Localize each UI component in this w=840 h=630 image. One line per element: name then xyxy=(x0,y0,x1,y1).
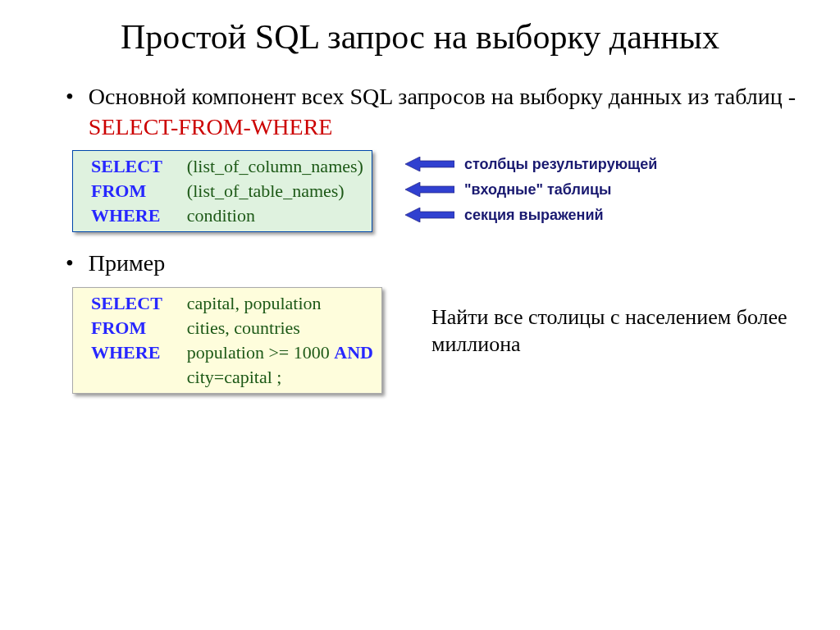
syntax-where-val: condition xyxy=(187,203,363,228)
example-select-kw: SELECT xyxy=(91,291,187,316)
arrow-left-icon xyxy=(405,182,454,197)
syntax-select-val: (list_of_column_names) xyxy=(187,154,363,179)
arrow-left-icon xyxy=(405,208,454,222)
syntax-code-box: SELECT (list_of_column_names) FROM (list… xyxy=(72,150,372,232)
page-title: Простой SQL запрос на выборку данных xyxy=(41,16,799,57)
example-where-val: population >= 1000 AND xyxy=(187,340,373,365)
bullet-text-1: Основной компонент всех SQL запросов на … xyxy=(89,82,799,142)
example-from-kw: FROM xyxy=(91,316,187,340)
example-where-val2: city=capital ; xyxy=(187,365,373,390)
bullet-dot: • xyxy=(66,249,74,278)
annotation-1: столбцы результирующей xyxy=(464,156,657,173)
example-where-pre: population >= 1000 xyxy=(187,342,334,363)
example-row: SELECT capital, population FROM cities, … xyxy=(41,287,799,394)
arrows-column: столбцы результирующей "входные" таблицы… xyxy=(405,150,657,228)
arrow-row-2: "входные" таблицы xyxy=(405,177,657,202)
bullet-dot: • xyxy=(66,82,74,142)
example-where-kw2 xyxy=(91,365,187,390)
bullet-text-1-red: SELECT-FROM-WHERE xyxy=(89,114,333,139)
example-where-and: AND xyxy=(334,342,373,363)
example-from-val: cities, countries xyxy=(187,316,373,340)
arrow-row-1: столбцы результирующей xyxy=(405,152,657,176)
bullet-text-2: Пример xyxy=(89,249,165,278)
example-description: Найти все столицы с населением более мил… xyxy=(431,304,799,359)
bullet-example: • Пример xyxy=(66,249,799,278)
syntax-select-kw: SELECT xyxy=(91,154,187,179)
annotation-2: "входные" таблицы xyxy=(464,181,612,199)
bullet-main-component: • Основной компонент всех SQL запросов н… xyxy=(66,82,799,142)
example-select-val: capital, population xyxy=(187,291,373,316)
arrow-left-icon xyxy=(405,157,454,171)
syntax-diagram-row: SELECT (list_of_column_names) FROM (list… xyxy=(41,150,799,232)
example-where-kw: WHERE xyxy=(91,340,187,365)
arrow-row-3: секция выражений xyxy=(405,203,657,227)
syntax-from-val: (list_of_table_names) xyxy=(187,179,363,203)
syntax-where-kw: WHERE xyxy=(91,203,187,228)
bullet-text-1-plain: Основной компонент всех SQL запросов на … xyxy=(89,84,796,109)
annotation-3: секция выражений xyxy=(464,207,604,224)
example-code-box: SELECT capital, population FROM cities, … xyxy=(72,287,382,394)
syntax-from-kw: FROM xyxy=(91,179,187,203)
